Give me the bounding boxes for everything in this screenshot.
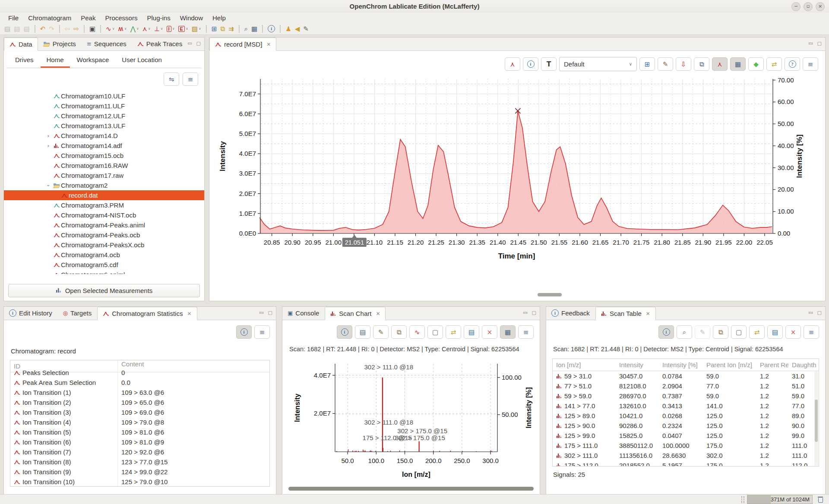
info-icon[interactable]: i	[266, 24, 276, 33]
scan-table-row[interactable]: 77 > 51.0812108.02.090477.01.251.0	[553, 381, 819, 391]
link-with-editor-icon[interactable]: ⇋	[164, 72, 179, 86]
tree-item-chromatogram4-peaks-ocb[interactable]: Chromatogram4-Peaks.ocb	[4, 230, 204, 240]
scan-table-row[interactable]: 175 > 111.038850112.0100.0000175.01.2111…	[553, 441, 819, 450]
menu-file[interactable]: File	[3, 14, 23, 22]
tree-item-chromatogram4-nist-ocb[interactable]: Chromatogram4-NIST.ocb	[4, 210, 204, 220]
scan-settings-icon[interactable]: ≡	[518, 325, 534, 339]
tree-expander-icon[interactable]: ›	[44, 143, 52, 149]
stats-table-row[interactable]: Ion Transition (8)123 > 77.0 @15	[10, 457, 269, 467]
chart-info-icon[interactable]: i	[523, 57, 538, 71]
tree-item-chromatogram6-animl[interactable]: Chromatogram6.animl	[4, 270, 204, 274]
tree-settings-icon[interactable]: ≡	[183, 72, 198, 86]
tree-item-chromatogram2[interactable]: ›Chromatogram2	[4, 180, 204, 190]
close-tab-icon[interactable]: ✕	[646, 311, 650, 317]
scan-table-row[interactable]: 59 > 31.030457.00.078459.01.231.0	[553, 371, 819, 381]
menu-chromatogram[interactable]: Chromatogram	[23, 14, 76, 22]
scan-table-scrollbar[interactable]	[814, 371, 818, 466]
close-tab-icon[interactable]: ✕	[187, 311, 191, 317]
tree-item-chromatogram5-cdf[interactable]: Chromatogram5.cdf	[4, 260, 204, 270]
save-as-icon[interactable]: ▤	[22, 25, 31, 33]
editor-tab-record-msd[interactable]: record [MSD]✕	[209, 38, 276, 51]
preview-icon[interactable]: ▢	[427, 325, 443, 339]
batch-process-icon[interactable]: ⇉	[227, 25, 235, 33]
stats-table-row[interactable]: Ion Transition (5)109 > 81.0 @6	[10, 427, 269, 437]
close-window-icon[interactable]: ×	[816, 2, 825, 11]
stats-table-row[interactable]: Ion Transition (4)109 > 79.0 @8	[10, 417, 269, 427]
table-transfer-icon[interactable]: ⇄	[749, 325, 765, 339]
tree-item-chromatogram10-ulf[interactable]: Chromatogram10.ULF	[4, 91, 204, 101]
stats-table-row[interactable]: Ion Transition (6)109 > 81.0 @9	[10, 437, 269, 447]
feedback-tab-scan-table[interactable]: Scan Table✕	[595, 307, 656, 320]
minimize-view-icon[interactable]: ▭	[808, 41, 813, 46]
notes-icon[interactable]: ✎	[302, 25, 310, 33]
table-save-icon[interactable]: ▤	[767, 325, 783, 339]
explorer-tab-data[interactable]: Data	[4, 38, 38, 51]
scan-chart-scrollbar[interactable]	[288, 487, 534, 491]
edit-extension-icon[interactable]: E∨	[177, 25, 190, 33]
maximize-view-icon[interactable]: ▢	[532, 310, 536, 315]
tree-item-chromatogram15-ocb[interactable]: Chromatogram15.ocb	[4, 151, 204, 161]
classifier-icon[interactable]: ▨∨	[190, 25, 203, 33]
table-delete-icon[interactable]: ×	[785, 325, 801, 339]
subtab-home[interactable]: Home	[41, 53, 70, 68]
chromatogram-view-icon[interactable]: ⋏	[712, 57, 728, 71]
scan-table-row[interactable]: 175 > 112.02018552.05.1957175.01.2112.0	[553, 460, 819, 466]
scan-table-row[interactable]: 141 > 77.0132610.00.3413141.01.277.0	[553, 401, 819, 411]
chromatogram-chart[interactable]: 0.0E01.0E72.0E73.0E74.0E75.0E76.0E77.0E7…	[209, 73, 819, 268]
menu-window[interactable]: Window	[175, 14, 208, 22]
scan-table-row[interactable]: 125 > 89.010421.00.0268125.01.289.0	[553, 411, 819, 421]
add-view-icon[interactable]: ⊞	[639, 57, 655, 71]
shifted-overlay-icon[interactable]: ʍ∨	[117, 25, 128, 33]
statistics-table[interactable]: IDContentPeaks Selection0Peak Area Sum S…	[10, 360, 270, 487]
display-preset-dropdown[interactable]: Default∨	[559, 57, 637, 71]
measurement-window-icon[interactable]: ⧉	[694, 57, 709, 71]
minimize-view-icon[interactable]: ▭	[187, 41, 192, 46]
explorer-tab-projects[interactable]: Projects	[38, 38, 82, 50]
stats-table-row[interactable]: Ion Transition (10)125 > 79.0 @10	[10, 477, 269, 487]
scan-edit-icon[interactable]: ✎	[373, 325, 389, 339]
tree-item-record-dat[interactable]: record.dat	[4, 190, 204, 200]
font-icon[interactable]: T	[541, 57, 557, 71]
stats-table-row[interactable]: Ion Transition (3)109 > 69.0 @6	[10, 407, 269, 417]
export-chart-icon[interactable]: ∿	[409, 325, 425, 339]
maximize-view-icon[interactable]: ▢	[817, 41, 822, 46]
table-edit-icon[interactable]: ✎	[695, 325, 710, 339]
table-settings-icon[interactable]: ≡	[804, 325, 819, 339]
transfer-icon[interactable]: ⇄	[766, 57, 782, 71]
stats-table-row[interactable]: Ion Transition (2)109 > 65.0 @6	[10, 397, 269, 407]
tree-item-chromatogram16-raw[interactable]: Chromatogram16.RAW	[4, 161, 204, 170]
table-search-icon[interactable]: ⌕	[677, 325, 692, 339]
user-icon[interactable]: ♟	[284, 25, 292, 33]
stats-settings-icon[interactable]: ≡	[254, 325, 270, 339]
subtab-workspace[interactable]: Workspace	[71, 53, 115, 68]
tree-item-chromatogram14-adf[interactable]: ›Chromatogram14.adf	[4, 141, 204, 151]
scan-chart[interactable]: 2.0E74.0E750.00100.0050.0100.0150.0200.0…	[287, 356, 540, 481]
export-peaks-icon[interactable]: ⇩	[676, 57, 691, 71]
menu-processors[interactable]: Processors	[100, 14, 142, 22]
maximize-view-icon[interactable]: ▢	[196, 41, 201, 46]
scan-save-icon[interactable]: ▤	[464, 325, 479, 339]
maximize-window-icon[interactable]: ▫	[804, 2, 813, 11]
scan-table-row[interactable]: 125 > 99.015825.00.0407125.01.299.0	[553, 431, 819, 441]
tree-expander-icon[interactable]: ›	[45, 182, 51, 189]
table-preview-icon[interactable]: ▢	[731, 325, 747, 339]
stats-tab-chromatogram-statistics[interactable]: Chromatogram Statistics✕	[97, 307, 197, 320]
chart-settings-icon[interactable]: ≡	[803, 57, 818, 71]
stats-tab-edit-history[interactable]: iEdit History	[4, 307, 58, 319]
baseline-icon[interactable]: ⊥∨	[153, 25, 165, 33]
close-tab-icon[interactable]: ✕	[266, 41, 271, 47]
reset-chart-icon[interactable]: ⋏	[505, 57, 520, 71]
tree-item-chromatogram12-ulf[interactable]: Chromatogram12.ULF	[4, 111, 204, 121]
garbage-collect-button[interactable]	[815, 495, 826, 504]
tree-item-chromatogram3-prm[interactable]: Chromatogram3.PRM	[4, 200, 204, 210]
close-tab-icon[interactable]: ✕	[376, 311, 380, 317]
minimize-view-icon[interactable]: ▭	[808, 310, 813, 315]
open-selected-measurements-button[interactable]: Open Selected Measurements	[8, 284, 200, 297]
scan-table-view-icon[interactable]: ▦	[500, 325, 516, 339]
scan-info-icon[interactable]: i	[337, 325, 352, 339]
menu-help[interactable]: Help	[208, 14, 231, 22]
save-all-icon[interactable]: ▤	[13, 25, 21, 33]
table-info-icon[interactable]: i	[658, 325, 674, 339]
scan-table-row[interactable]: 59 > 59.0286970.00.738759.01.259.0	[553, 391, 819, 401]
announcement-icon[interactable]: ◀	[294, 25, 301, 33]
